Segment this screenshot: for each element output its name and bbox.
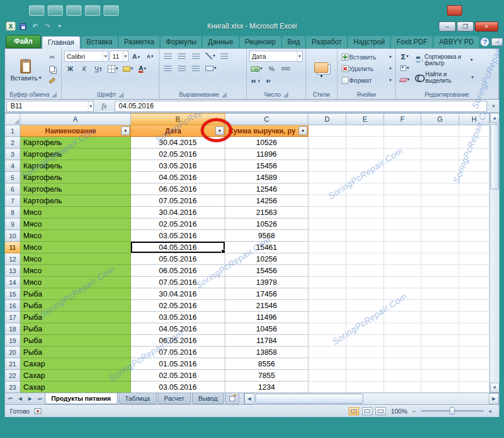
cell-G8[interactable] xyxy=(421,207,459,218)
cell-A3[interactable]: Картофель xyxy=(20,149,131,160)
cell-H12[interactable] xyxy=(459,253,489,265)
tab-Вставка[interactable]: Вставка xyxy=(81,36,118,48)
cell-E18[interactable] xyxy=(346,323,384,335)
cell-A8[interactable]: Мясо xyxy=(20,207,131,218)
tab-Разработ[interactable]: Разработ xyxy=(306,36,347,48)
insert-function-button[interactable]: fx xyxy=(96,102,112,111)
workbook-minimize-button[interactable]: – xyxy=(491,38,503,46)
cell-F3[interactable] xyxy=(384,149,421,160)
cell-H15[interactable] xyxy=(459,288,489,300)
cell-H4[interactable] xyxy=(459,160,489,172)
cell-A23[interactable]: Сахар xyxy=(20,382,131,393)
cell-A14[interactable]: Мясо xyxy=(20,277,131,288)
sort-filter-button[interactable]: ↓ Сортировка и фильтр ▾ xyxy=(413,52,475,68)
row-header-1[interactable]: 1 xyxy=(5,125,20,137)
cell-C10[interactable]: 9568 xyxy=(225,230,308,242)
column-header-G[interactable]: G xyxy=(421,114,459,125)
column-header-C[interactable]: C xyxy=(225,114,308,125)
cell-F17[interactable] xyxy=(384,312,421,323)
cell-F23[interactable] xyxy=(384,382,421,393)
row-header-23[interactable]: 23 xyxy=(5,382,20,393)
page-layout-view-button[interactable] xyxy=(362,407,372,415)
tab-Данные[interactable]: Данные xyxy=(203,36,238,48)
row-header-9[interactable]: 9 xyxy=(5,218,20,230)
format-cells-button[interactable]: Формат▾ xyxy=(340,75,393,86)
increase-decimal-button[interactable] xyxy=(249,76,262,86)
decrease-decimal-button[interactable] xyxy=(263,76,276,86)
cell-H10[interactable] xyxy=(459,230,489,242)
cell-F2[interactable] xyxy=(384,137,421,149)
cell-F22[interactable] xyxy=(384,370,421,382)
row-header-8[interactable]: 8 xyxy=(5,207,20,218)
cell-A4[interactable]: Картофель xyxy=(20,160,131,172)
cell-E14[interactable] xyxy=(346,277,384,288)
cell-B8[interactable]: 30.04.2016 xyxy=(131,207,225,218)
cell-F11[interactable] xyxy=(384,242,421,253)
row-header-2[interactable]: 2 xyxy=(5,137,20,149)
cell-A17[interactable]: Рыба xyxy=(20,312,131,323)
cell-C8[interactable]: 21563 xyxy=(225,207,308,218)
cell-B10[interactable]: 03.05.2016 xyxy=(131,230,225,242)
tab-Foxit PDF[interactable]: Foxit PDF xyxy=(391,36,432,48)
cell-B16[interactable]: 02.05.2016 xyxy=(131,300,225,312)
cell-C14[interactable]: 13978 xyxy=(225,277,308,288)
styles-button[interactable]: ▾ xyxy=(311,51,331,90)
percent-button[interactable]: % xyxy=(265,63,278,74)
font-name-combo[interactable]: Calibri▾ xyxy=(64,51,109,62)
sheet-tab-Продукты питания[interactable]: Продукты питания xyxy=(45,393,118,404)
copy-button[interactable] xyxy=(46,63,59,74)
cell-D6[interactable] xyxy=(308,183,346,195)
cell-E13[interactable] xyxy=(346,265,384,277)
dialog-launcher-icon[interactable] xyxy=(222,93,226,97)
cell-B4[interactable]: 03.05.2016 xyxy=(131,160,225,172)
cell-D11[interactable] xyxy=(308,242,346,253)
row-header-10[interactable]: 10 xyxy=(5,230,20,242)
cell-F4[interactable] xyxy=(384,160,421,172)
cell-B12[interactable]: 05.05.2016 xyxy=(131,253,225,265)
cell-C6[interactable]: 12546 xyxy=(225,183,308,195)
cell-E9[interactable] xyxy=(346,218,384,230)
insert-worksheet-button[interactable] xyxy=(225,393,239,404)
cell-G11[interactable] xyxy=(421,242,459,253)
cell-D2[interactable] xyxy=(308,137,346,149)
cell-A5[interactable]: Картофель xyxy=(20,172,131,183)
align-center-button[interactable] xyxy=(176,63,189,73)
fill-color-button[interactable]: ▾ xyxy=(121,63,135,74)
cell-D9[interactable] xyxy=(308,218,346,230)
cell-D12[interactable] xyxy=(308,253,346,265)
number-format-combo[interactable]: Дата▾ xyxy=(249,51,303,62)
cell-G10[interactable] xyxy=(421,230,459,242)
cell-E16[interactable] xyxy=(346,300,384,312)
vertical-scrollbar[interactable]: ▲ ▼ xyxy=(489,113,499,393)
cell-C23[interactable]: 1234 xyxy=(225,382,308,393)
cell-G16[interactable] xyxy=(421,300,459,312)
cell-G18[interactable] xyxy=(421,323,459,335)
cell-D20[interactable] xyxy=(308,347,346,358)
cell-H14[interactable] xyxy=(459,277,489,288)
filter-button-name[interactable]: ▼ xyxy=(121,126,130,135)
cell-D4[interactable] xyxy=(308,160,346,172)
column-header-F[interactable]: F xyxy=(384,114,421,125)
cell-E8[interactable] xyxy=(346,207,384,218)
cell-G7[interactable] xyxy=(421,195,459,207)
cell-E23[interactable] xyxy=(346,382,384,393)
cell-G19[interactable] xyxy=(421,335,459,347)
cell-A1-header[interactable]: Наименование▼ xyxy=(20,125,131,137)
cell-B7[interactable]: 07.05.2016 xyxy=(131,195,225,207)
cell-C11[interactable]: 15461 xyxy=(225,242,308,253)
record-macro-icon[interactable] xyxy=(34,408,41,414)
tab-Рецензир[interactable]: Рецензир xyxy=(240,36,281,48)
select-all-corner[interactable] xyxy=(5,114,20,125)
sheet-tab-Расчет[interactable]: Расчет xyxy=(158,393,191,404)
row-header-11[interactable]: 11 xyxy=(5,242,20,253)
cell-C21[interactable]: 8556 xyxy=(225,358,308,370)
row-header-6[interactable]: 6 xyxy=(5,183,20,195)
tab-Надстрой[interactable]: Надстрой xyxy=(348,36,390,48)
horizontal-scroll-track[interactable] xyxy=(254,393,489,404)
prev-sheet-icon[interactable]: ◀ xyxy=(15,393,25,404)
cell-A2[interactable]: Картофель xyxy=(20,137,131,149)
cell-A10[interactable]: Мясо xyxy=(20,230,131,242)
last-sheet-icon[interactable]: ⏭ xyxy=(35,393,45,404)
maximize-button[interactable]: ❐ xyxy=(457,22,474,31)
cell-B15[interactable]: 30.04.2016 xyxy=(131,288,225,300)
